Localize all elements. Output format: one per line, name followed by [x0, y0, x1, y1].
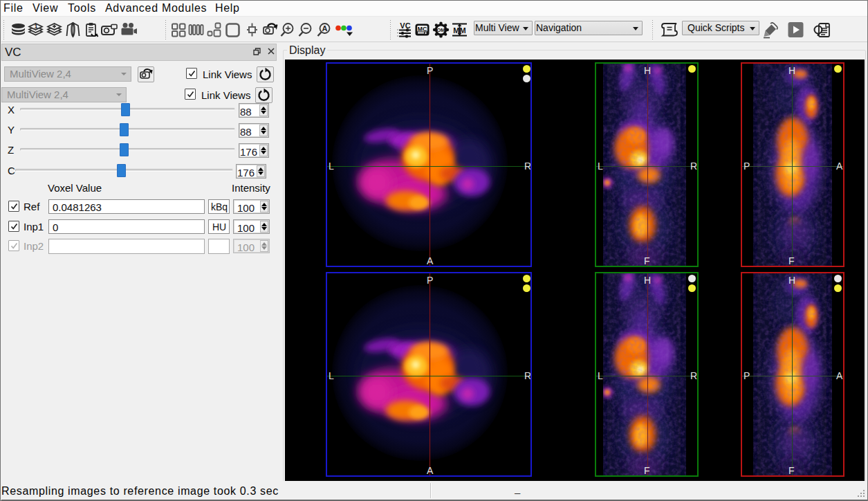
svg-text:1: 1 [34, 23, 37, 30]
svg-text:MC: MC [418, 26, 427, 33]
svg-text:A: A [322, 24, 328, 33]
svg-text:VC: VC [400, 21, 410, 30]
svg-text:OM: OM [436, 27, 445, 33]
